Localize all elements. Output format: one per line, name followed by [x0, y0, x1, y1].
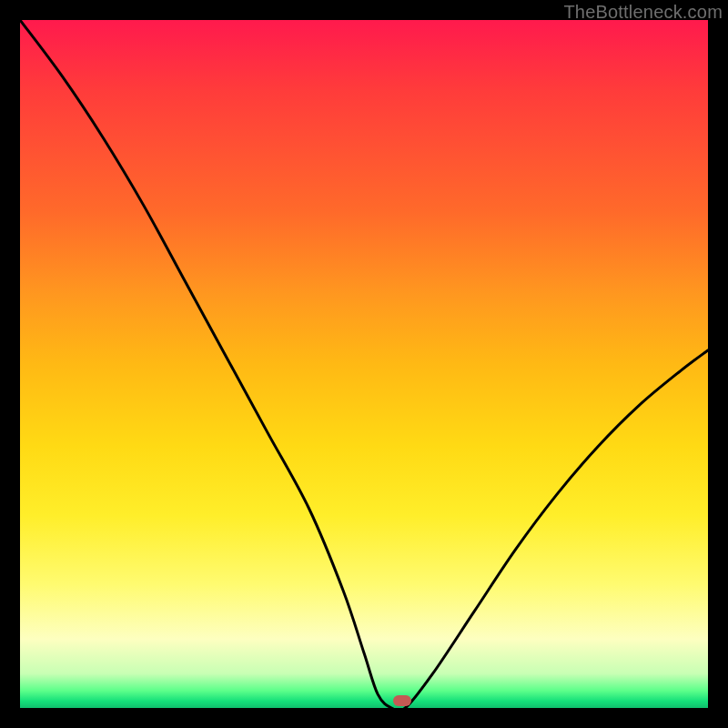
- chart-frame: TheBottleneck.com: [0, 0, 728, 728]
- chart-plot-area: [20, 20, 708, 708]
- watermark-text: TheBottleneck.com: [563, 2, 723, 23]
- optimal-marker: [393, 695, 411, 706]
- bottleneck-curve: [20, 20, 708, 708]
